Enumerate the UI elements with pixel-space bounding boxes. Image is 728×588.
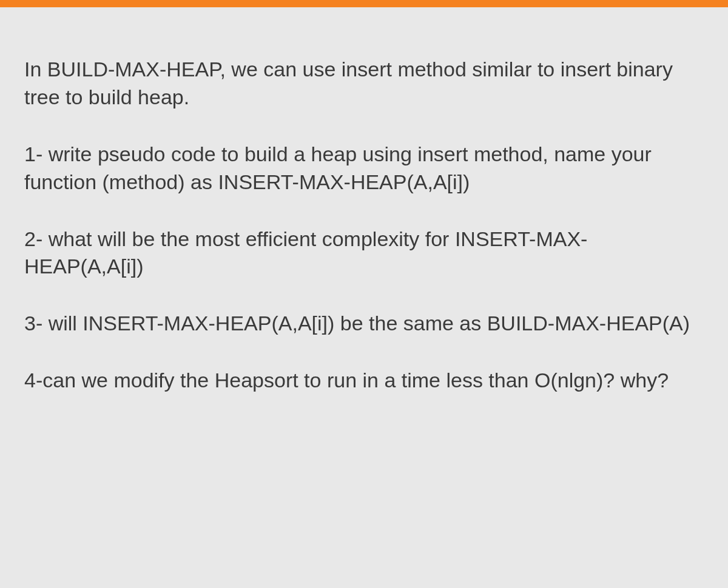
document-content: In BUILD-MAX-HEAP, we can use insert met…	[0, 7, 728, 448]
top-accent-bar	[0, 0, 728, 7]
question-1: 1- write pseudo code to build a heap usi…	[24, 141, 704, 196]
intro-paragraph: In BUILD-MAX-HEAP, we can use insert met…	[24, 56, 704, 112]
question-2: 2- what will be the most efficient compl…	[24, 226, 704, 281]
question-4: 4-can we modify the Heapsort to run in a…	[24, 367, 704, 395]
question-3: 3- will INSERT-MAX-HEAP(A,A[i]) be the s…	[24, 310, 704, 338]
